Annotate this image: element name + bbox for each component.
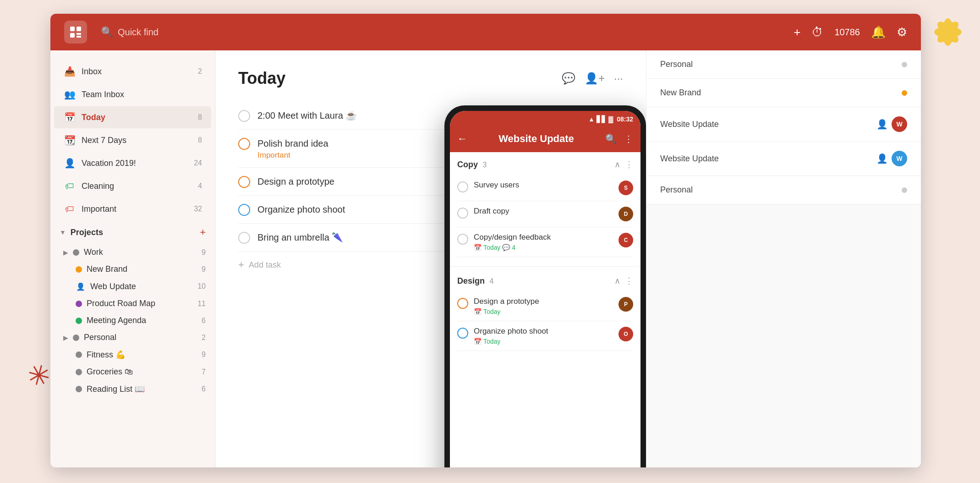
task-circle-meet[interactable] [238,110,250,122]
copy-more-icon[interactable]: ⋮ [625,159,633,170]
copy-section-count: 3 [482,161,487,169]
task-circle-photo[interactable] [238,204,250,216]
sidebar-count-next7: 8 [198,136,202,144]
sidebar-item-meeting-agenda[interactable]: Meeting Agenda 6 [50,312,215,329]
phone-more-icon[interactable]: ⋮ [624,133,633,144]
sidebar-item-team-inbox[interactable]: 👥 Team Inbox [54,83,211,105]
avatar-1: W [892,116,907,132]
phone-avatar-prototype: P [619,297,633,312]
web-update-icon: 👤 [76,281,86,291]
right-row-website-update-1[interactable]: Website Update 👤 W [646,107,921,142]
personal-count: 2 [202,334,206,342]
copy-section-title: Copy [457,160,478,169]
bell-icon[interactable]: 🔔 [871,25,886,39]
task-circle-design[interactable] [238,176,250,188]
phone-task-draft[interactable]: Draft copy D [457,201,633,227]
sidebar-item-today[interactable]: 📅 Today 8 [54,106,211,128]
phone-circle-survey[interactable] [457,181,468,192]
sidebar-item-vacation[interactable]: 👤 Vacation 2019! 24 [54,152,211,174]
add-person-icon[interactable]: 👤+ [585,72,605,85]
phone-task-content-photo-shoot: Organize photo shoot 📅 Today [474,327,613,345]
sidebar-item-product-road-map[interactable]: Product Road Map 11 [50,295,215,312]
phone-back-button[interactable]: ← [457,133,467,145]
sidebar-item-reading-list[interactable]: Reading List 📖 6 [50,380,215,398]
sidebar-group-work[interactable]: ▶ Work 9 [50,244,215,261]
sidebar-item-new-brand[interactable]: New Brand 9 [50,261,215,278]
add-icon[interactable]: + [794,25,800,39]
settings-icon[interactable]: ⚙ [897,25,907,39]
phone-circle-draft[interactable] [457,208,468,219]
right-badge-personal [902,62,907,67]
phone-search-icon[interactable]: 🔍 [605,133,617,144]
reading-list-count: 6 [202,385,206,393]
phone-task-prototype[interactable]: Design a prototype 📅 Today P [457,291,633,321]
add-task-plus-icon: + [238,259,244,271]
more-icon[interactable]: ··· [614,72,623,85]
projects-section-header[interactable]: ▼ Projects + [50,221,215,244]
karma-count: 10786 [834,27,860,38]
phone-task-photo-shoot[interactable]: Organize photo shoot 📅 Today O [457,321,633,351]
copy-collapse-icon[interactable]: ∧ [614,159,620,170]
phone-circle-photo-shoot[interactable] [457,328,468,339]
sidebar-item-important[interactable]: 🏷 Important 32 [54,198,211,220]
new-brand-badge-dot [902,90,907,96]
phone-task-feedback[interactable]: Copy/design feedback 📅 Today 💬 4 C [457,227,633,257]
groceries-dot [76,369,82,375]
work-label: Work [84,247,197,257]
prototype-calendar-icon: 📅 [474,308,482,315]
person-icon-2: 👤 [876,153,888,164]
right-row-personal[interactable]: Personal [646,50,921,79]
phone-circle-feedback[interactable] [457,234,468,245]
sidebar-item-cleaning[interactable]: 🏷 Cleaning 4 [54,175,211,197]
phone-circle-prototype[interactable] [457,298,468,309]
add-project-icon[interactable]: + [200,226,206,238]
timer-icon[interactable]: ⏱ [811,25,823,39]
new-brand-dot [76,266,82,273]
phone-task-name-feedback: Copy/design feedback [474,233,613,242]
page-title: Today [238,69,285,88]
work-dot [73,249,79,256]
sidebar-item-inbox[interactable]: 📥 Inbox 2 [54,60,211,82]
sidebar-item-fitness[interactable]: Fitness 💪 9 [50,346,215,363]
design-more-icon[interactable]: ⋮ [625,276,633,286]
panel-actions: 💬 👤+ ··· [562,72,623,85]
phone-task-survey[interactable]: Survey users S [457,175,633,201]
person-icon-1: 👤 [876,119,888,130]
right-row-new-brand[interactable]: New Brand [646,79,921,107]
photo-calendar-icon: 📅 [474,338,482,345]
right-row-website-update-2[interactable]: Website Update 👤 W [646,142,921,176]
fitness-label: Fitness 💪 [87,350,197,360]
team-inbox-icon: 👥 [63,88,76,101]
right-row-personal-2[interactable]: Personal [646,176,921,204]
search-bar[interactable]: 🔍 Quick find [101,26,794,38]
groceries-count: 7 [202,368,206,376]
sidebar-label-inbox: Inbox [82,67,192,77]
copy-section-header: Copy 3 ∧ ⋮ [457,159,633,170]
design-collapse-icon[interactable]: ∧ [614,276,620,286]
comment-icon[interactable]: 💬 [562,72,575,85]
groceries-label: Groceries 🛍 [87,367,197,377]
task-circle-polish[interactable] [238,138,250,150]
right-label-website-update-2: Website Update [660,154,719,164]
sidebar-count-cleaning: 4 [198,182,202,190]
task-circle-umbrella[interactable] [238,232,250,244]
sidebar-count-inbox: 2 [198,67,202,76]
meeting-agenda-label: Meeting Agenda [87,316,197,325]
design-section-header: Design 4 ∧ ⋮ [457,276,633,286]
panel-header: Today 💬 👤+ ··· [238,69,623,88]
topbar-right: + ⏱ 10786 🔔 ⚙ [794,25,907,39]
deco-star: ✳ [24,357,54,394]
copy-section-actions: ∧ ⋮ [614,159,633,170]
next7-icon: 📆 [63,134,76,147]
sidebar-group-personal[interactable]: ▶ Personal 2 [50,329,215,346]
meeting-agenda-dot [76,318,82,324]
feedback-comment-icon: 💬 [502,244,510,251]
phone-task-name-draft: Draft copy [474,207,613,216]
sidebar-item-groceries[interactable]: Groceries 🛍 7 [50,363,215,380]
reading-list-label: Reading List 📖 [87,384,197,394]
work-count: 9 [202,248,206,257]
sidebar-item-next7[interactable]: 📆 Next 7 Days 8 [54,129,211,151]
app-logo[interactable] [64,21,87,44]
phone-avatar-draft: D [619,207,633,221]
sidebar-item-web-update[interactable]: 👤 Web Update 10 [50,278,215,295]
